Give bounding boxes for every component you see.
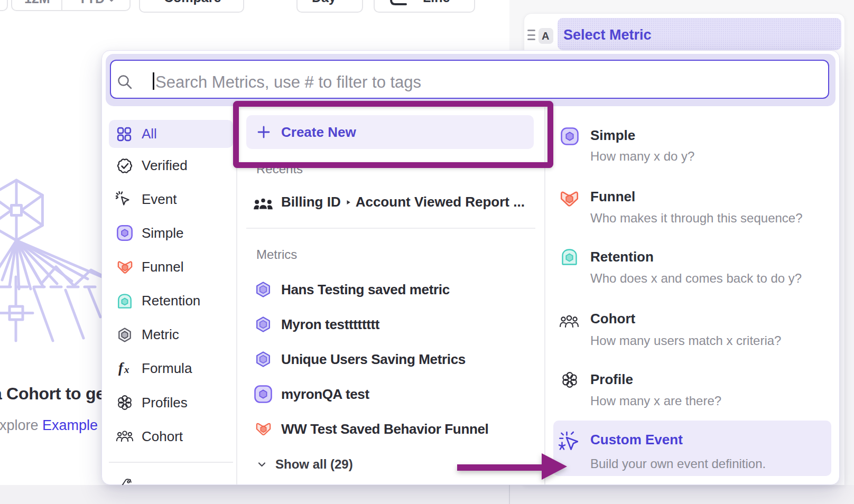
svg-text:x: x <box>124 364 129 375</box>
